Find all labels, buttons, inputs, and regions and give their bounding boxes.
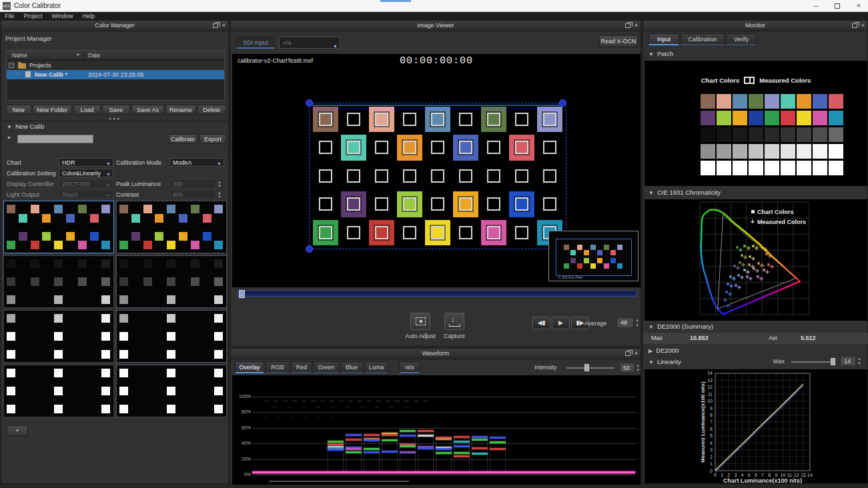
- tab-calibration[interactable]: Calibration: [681, 33, 725, 45]
- new-calib-section-header[interactable]: ▼New Calib: [7, 123, 44, 130]
- col-date[interactable]: Date: [88, 52, 100, 59]
- float-icon[interactable]: [625, 23, 630, 28]
- calibration-setting-select[interactable]: Color&Linearity▼: [59, 169, 113, 177]
- delete-button[interactable]: Delete: [197, 105, 226, 115]
- cie-square-point: [725, 291, 728, 293]
- chart-thumbnail[interactable]: [116, 310, 227, 363]
- tab-red[interactable]: Red: [291, 361, 312, 373]
- save-as-button[interactable]: Save As: [131, 105, 164, 115]
- expander-icon[interactable]: −: [9, 63, 14, 68]
- auto-adjust-button[interactable]: [410, 313, 430, 330]
- calib-name-input[interactable]: [17, 135, 93, 143]
- tab-verify[interactable]: Verify: [726, 33, 757, 45]
- play-button[interactable]: ▶: [552, 317, 570, 329]
- chart-thumbnail[interactable]: [3, 255, 114, 308]
- intensity-slider[interactable]: [566, 367, 614, 369]
- float-icon[interactable]: [625, 351, 630, 356]
- de2000-summary-header[interactable]: ▼DE2000 (Summary): [648, 323, 713, 330]
- linearity-max-slider[interactable]: [791, 361, 833, 363]
- read-xocn-button[interactable]: Read X-OCN: [599, 35, 638, 47]
- patch-swatch: [733, 127, 747, 142]
- minimize-icon[interactable]: –: [807, 1, 825, 11]
- viewer-canvas[interactable]: calibrator-v2-ChartTest8.mxf 00:00:00:00…: [232, 54, 640, 287]
- project-icon: [25, 71, 31, 77]
- chart-thumbnail[interactable]: [3, 310, 114, 363]
- step-back-button[interactable]: ◀▮: [532, 317, 550, 329]
- svg-text:2: 2: [710, 455, 713, 459]
- inset-swatch: [584, 250, 589, 255]
- col-name[interactable]: Name: [12, 52, 27, 59]
- calib-dropdown-arrow-icon[interactable]: ▼: [7, 135, 11, 140]
- window-close-icon[interactable]: ×: [850, 1, 867, 11]
- chart-thumbnail[interactable]: [3, 365, 114, 417]
- float-icon[interactable]: [213, 23, 218, 28]
- waveform-edge: [415, 430, 416, 471]
- tab-blue[interactable]: Blue: [340, 361, 363, 373]
- timeline-slider[interactable]: [238, 291, 636, 297]
- sdi-input-button[interactable]: SDI Input: [236, 37, 275, 49]
- patch-swatch: [813, 111, 827, 125]
- rename-button[interactable]: Rename: [165, 105, 195, 115]
- linearity-max-slider-handle[interactable]: [831, 358, 835, 365]
- linearity-max-spinner[interactable]: 14▲▼: [840, 356, 856, 366]
- selection-handle-tr[interactable]: [559, 99, 566, 107]
- tab-overlay[interactable]: Overlay: [235, 361, 264, 373]
- waveform-noise-dash: [320, 401, 325, 401]
- cie-section-header[interactable]: ▼CIE 1931 Chromaticity: [648, 189, 721, 196]
- add-chart-button[interactable]: +: [7, 425, 28, 436]
- save-button[interactable]: Save: [102, 105, 129, 115]
- capture-button[interactable]: ↓: [444, 313, 464, 330]
- selection-handle-tl[interactable]: [306, 99, 313, 107]
- maximize-icon[interactable]: [829, 1, 846, 11]
- table-row-projects[interactable]: − Projects: [7, 61, 224, 70]
- table-row-new-calib[interactable]: └ New Calib * 2024-07-30 23:25:05: [7, 70, 224, 79]
- waveform-edge: [454, 436, 454, 472]
- menu-help[interactable]: Help: [78, 13, 100, 19]
- thumb-swatch: [31, 259, 39, 268]
- tab-luma[interactable]: Luma: [364, 361, 388, 373]
- chart-select[interactable]: HDR▼: [59, 158, 113, 167]
- app-icon: VCC: [3, 2, 11, 10]
- menu-file[interactable]: File: [0, 13, 19, 19]
- new-button[interactable]: New: [6, 105, 31, 115]
- calibration-mode-select[interactable]: ModeA▼: [169, 158, 224, 167]
- selection-rect[interactable]: [309, 103, 566, 249]
- new-folder-button[interactable]: New Folder: [33, 105, 72, 115]
- patch-swatch: [701, 144, 715, 159]
- chart-thumbnail[interactable]: [116, 365, 227, 417]
- close-icon[interactable]: ×: [634, 23, 638, 29]
- menu-window[interactable]: Window: [47, 13, 78, 19]
- close-icon[interactable]: ×: [634, 351, 638, 357]
- sort-asc-icon[interactable]: ▲: [76, 52, 80, 56]
- splitter-handle[interactable]: ●●●: [1, 116, 228, 121]
- tab-input[interactable]: Input: [648, 33, 679, 45]
- calibrate-button[interactable]: Calibrate: [168, 134, 197, 144]
- thumb-swatch: [78, 277, 87, 286]
- chart-thumbnail[interactable]: [3, 201, 114, 253]
- svg-text:5: 5: [748, 473, 751, 477]
- close-icon[interactable]: ×: [861, 23, 865, 29]
- load-button[interactable]: Load: [73, 105, 101, 115]
- de2000-section-header[interactable]: ▶DE2000: [648, 347, 679, 354]
- linearity-section-header[interactable]: ▼Linearity: [648, 358, 681, 365]
- intensity-slider-handle[interactable]: [584, 364, 589, 371]
- waveform-trace: [382, 434, 398, 436]
- close-icon[interactable]: ×: [222, 23, 226, 29]
- float-icon[interactable]: [852, 23, 857, 28]
- sdi-source-select[interactable]: n/a▼: [279, 37, 340, 49]
- nits-toggle[interactable]: nits: [399, 361, 420, 373]
- tab-rgb[interactable]: RGB: [266, 361, 290, 373]
- intensity-spinner[interactable]: 50▲▼: [620, 363, 634, 373]
- export-button[interactable]: Export: [199, 134, 226, 144]
- menu-project[interactable]: Project: [19, 13, 47, 19]
- patch-section-header[interactable]: ▼Patch: [648, 50, 673, 57]
- average-spinner[interactable]: 48▲▼: [616, 317, 634, 328]
- timeline-handle[interactable]: [239, 290, 245, 298]
- selection-handle-bl[interactable]: [306, 245, 313, 253]
- chart-thumbnail[interactable]: [116, 255, 227, 308]
- chart-thumbnail[interactable]: [116, 201, 227, 253]
- thumb-swatch: [167, 295, 175, 304]
- tab-green[interactable]: Green: [314, 361, 339, 373]
- project-table-header[interactable]: Name ▲ Date: [7, 51, 224, 60]
- spinner-down-icon: ▼: [216, 195, 223, 199]
